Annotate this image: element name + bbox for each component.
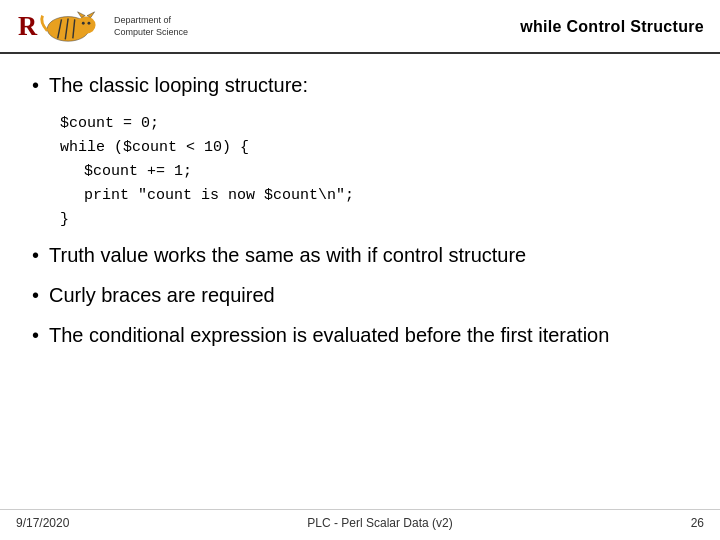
- logo-area: R Department of Computer Science: [16, 8, 188, 46]
- code-block: $count = 0; while ($count < 10) { $count…: [60, 112, 688, 232]
- dept-text: Department of Computer Science: [114, 15, 188, 38]
- main-content: • The classic looping structure: $count …: [0, 54, 720, 372]
- tiger-logo: R: [16, 8, 106, 46]
- code-line-4: print "count is now $count\n";: [84, 184, 688, 208]
- code-line-3: $count += 1;: [84, 160, 688, 184]
- code-line-2: while ($count < 10) {: [60, 136, 688, 160]
- svg-point-8: [88, 22, 91, 25]
- bullet-text-3: Curly braces are required: [49, 282, 275, 308]
- bullet-symbol-3: •: [32, 284, 39, 307]
- code-line-5: }: [60, 208, 688, 232]
- footer-page: 26: [691, 516, 704, 530]
- bullet-symbol-2: •: [32, 244, 39, 267]
- svg-point-7: [82, 22, 85, 25]
- header: R Department of Computer Science while C…: [0, 0, 720, 54]
- svg-text:R: R: [18, 11, 38, 41]
- svg-marker-9: [78, 12, 86, 18]
- code-line-1: $count = 0;: [60, 112, 688, 136]
- header-title: while Control Structure: [520, 18, 704, 36]
- footer-center: PLC - Perl Scalar Data (v2): [307, 516, 452, 530]
- footer-date: 9/17/2020: [16, 516, 69, 530]
- bullet-text-1: The classic looping structure:: [49, 72, 308, 98]
- footer: 9/17/2020 PLC - Perl Scalar Data (v2) 26: [0, 509, 720, 530]
- bullet-symbol-1: •: [32, 74, 39, 97]
- svg-point-3: [77, 17, 96, 34]
- bullet-item-2: • Truth value works the same as with if …: [32, 242, 688, 268]
- bullet-item-4: • The conditional expression is evaluate…: [32, 322, 688, 348]
- bullet-text-2: Truth value works the same as with if co…: [49, 242, 526, 268]
- bullet-item-3: • Curly braces are required: [32, 282, 688, 308]
- bullet-text-4: The conditional expression is evaluated …: [49, 322, 609, 348]
- bullet-item-1: • The classic looping structure:: [32, 72, 688, 98]
- svg-marker-10: [87, 12, 95, 18]
- bullet-symbol-4: •: [32, 324, 39, 347]
